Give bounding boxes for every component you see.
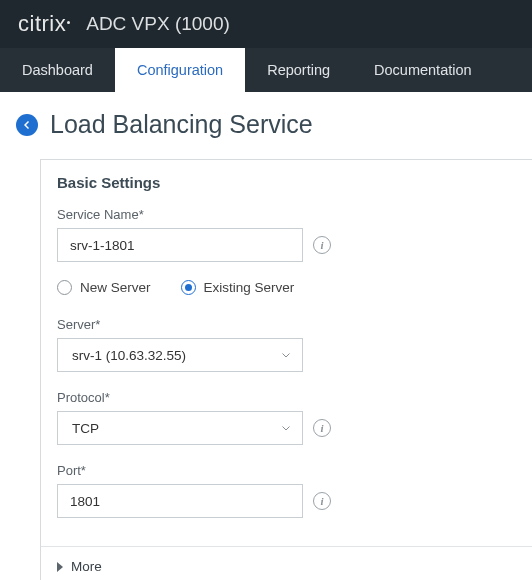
arrow-left-icon: [21, 119, 33, 131]
radio-existing-server-label: Existing Server: [204, 280, 295, 295]
server-select[interactable]: srv-1 (10.63.32.55): [57, 338, 303, 372]
brand-product: ADC VPX (1000): [86, 13, 230, 35]
port-input[interactable]: [57, 484, 303, 518]
radio-new-server-label: New Server: [80, 280, 151, 295]
info-icon[interactable]: i: [313, 236, 331, 254]
chevron-down-icon: [280, 422, 292, 434]
tab-dashboard[interactable]: Dashboard: [0, 48, 115, 92]
tab-configuration[interactable]: Configuration: [115, 48, 245, 92]
back-button[interactable]: [16, 114, 38, 136]
port-label: Port*: [57, 463, 516, 478]
caret-right-icon: [57, 562, 63, 572]
form-body: Service Name* i New Server Existing Serv…: [41, 207, 532, 546]
server-mode-radios: New Server Existing Server: [57, 280, 516, 295]
protocol-select-value: TCP: [72, 421, 99, 436]
radio-existing-server[interactable]: Existing Server: [181, 280, 295, 295]
chevron-down-icon: [280, 349, 292, 361]
page-title: Load Balancing Service: [50, 110, 313, 139]
radio-circle-icon: [57, 280, 72, 295]
basic-settings-panel: Basic Settings Service Name* i New Serve…: [40, 159, 532, 580]
tab-reporting[interactable]: Reporting: [245, 48, 352, 92]
service-name-input[interactable]: [57, 228, 303, 262]
info-icon[interactable]: i: [313, 419, 331, 437]
radio-new-server[interactable]: New Server: [57, 280, 151, 295]
main-tabs: Dashboard Configuration Reporting Docume…: [0, 48, 532, 92]
server-label: Server*: [57, 317, 516, 332]
panel-title: Basic Settings: [41, 160, 532, 207]
tab-documentation[interactable]: Documentation: [352, 48, 494, 92]
more-label: More: [71, 559, 102, 574]
radio-circle-icon: [181, 280, 196, 295]
page-header: Load Balancing Service: [12, 110, 532, 139]
protocol-label: Protocol*: [57, 390, 516, 405]
brand-vendor: citrix: [18, 11, 66, 37]
protocol-select[interactable]: TCP: [57, 411, 303, 445]
info-icon[interactable]: i: [313, 492, 331, 510]
top-bar: citrix ADC VPX (1000): [0, 0, 532, 48]
page-body: Load Balancing Service Basic Settings Se…: [0, 92, 532, 580]
server-select-value: srv-1 (10.63.32.55): [72, 348, 186, 363]
more-toggle[interactable]: More: [41, 546, 532, 580]
brand-dot: [67, 21, 70, 24]
service-name-label: Service Name*: [57, 207, 516, 222]
